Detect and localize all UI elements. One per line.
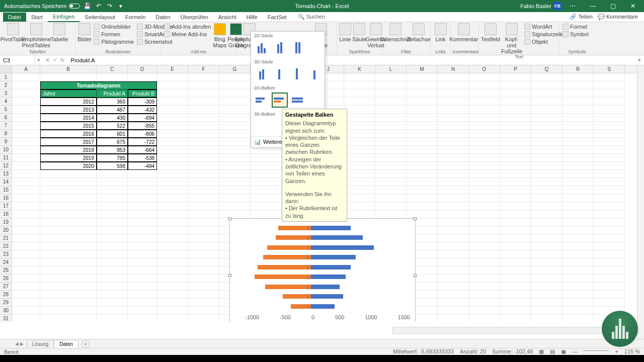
cell[interactable] xyxy=(407,154,438,162)
cell[interactable]: 2019 xyxy=(40,154,97,162)
cell[interactable] xyxy=(12,307,40,315)
zoom-out-button[interactable]: — xyxy=(572,348,578,355)
cell[interactable] xyxy=(531,122,562,130)
cell[interactable] xyxy=(128,275,157,283)
cell[interactable] xyxy=(344,114,375,122)
cell[interactable] xyxy=(469,234,500,242)
cell[interactable] xyxy=(594,106,625,114)
row-header[interactable]: 20 xyxy=(0,226,12,234)
col-header-Q[interactable]: Q xyxy=(531,65,562,73)
autosave-toggle[interactable]: Automatisches Speichern xyxy=(4,3,80,9)
cell[interactable] xyxy=(157,98,188,106)
cell[interactable] xyxy=(594,194,625,202)
cell[interactable]: Produkt A xyxy=(97,89,128,98)
tab-seitenlayout[interactable]: Seitenlayout xyxy=(79,13,120,22)
col-header-G[interactable]: G xyxy=(219,65,251,73)
cell[interactable] xyxy=(40,210,97,218)
cell[interactable] xyxy=(344,170,375,178)
cell[interactable] xyxy=(157,138,188,146)
cell[interactable] xyxy=(594,154,625,162)
slicer-button[interactable]: Datenschnitt xyxy=(384,23,407,42)
cell[interactable] xyxy=(188,291,219,299)
cell[interactable] xyxy=(469,194,500,202)
cell[interactable] xyxy=(500,202,531,210)
row-header[interactable]: 31 xyxy=(0,315,12,322)
cell[interactable] xyxy=(12,202,40,210)
share-button[interactable]: 🔗 Teilen xyxy=(570,14,593,20)
cell[interactable] xyxy=(157,146,188,154)
cell[interactable] xyxy=(157,81,188,89)
cell[interactable] xyxy=(407,122,438,130)
cell[interactable] xyxy=(562,291,594,299)
cell[interactable] xyxy=(344,122,375,130)
cell[interactable] xyxy=(97,186,128,194)
cell[interactable] xyxy=(500,146,531,154)
cell[interactable] xyxy=(344,146,375,154)
cell[interactable] xyxy=(469,299,500,307)
cell[interactable] xyxy=(531,258,562,266)
cell[interactable]: 2020 xyxy=(40,162,97,170)
cell[interactable] xyxy=(97,250,128,258)
cell[interactable] xyxy=(531,138,562,146)
cell[interactable] xyxy=(188,307,219,315)
symbol-button[interactable]: Symbol xyxy=(561,31,590,38)
cell[interactable] xyxy=(531,218,562,226)
cell[interactable] xyxy=(128,315,157,322)
pivottable-button[interactable]: PivotTable xyxy=(2,23,24,42)
row-header[interactable]: 6 xyxy=(0,114,12,122)
zoom-level[interactable]: 115 % xyxy=(624,348,640,355)
cell[interactable] xyxy=(407,186,438,194)
cell[interactable] xyxy=(219,178,251,186)
3dcolumn-1-thumb[interactable] xyxy=(254,67,269,81)
cell[interactable]: 360 xyxy=(97,98,128,106)
cell[interactable] xyxy=(594,138,625,146)
cell[interactable] xyxy=(344,202,375,210)
comments-button[interactable]: 💬 Kommentare xyxy=(598,14,638,20)
row-header[interactable]: 24 xyxy=(0,258,12,266)
cell[interactable] xyxy=(97,202,128,210)
cell[interactable] xyxy=(157,89,188,98)
tab-start[interactable]: Start xyxy=(26,13,48,22)
cell[interactable]: Jahre xyxy=(40,89,97,98)
row-header[interactable]: 23 xyxy=(0,250,12,258)
cell[interactable] xyxy=(344,194,375,202)
cell[interactable] xyxy=(97,178,128,186)
row-header[interactable]: 8 xyxy=(0,130,12,138)
cell[interactable] xyxy=(469,178,500,186)
cell[interactable] xyxy=(531,226,562,234)
cell[interactable] xyxy=(407,162,438,170)
cell[interactable] xyxy=(469,258,500,266)
row-header[interactable]: 2 xyxy=(0,81,12,89)
cell[interactable] xyxy=(188,106,219,114)
cell[interactable] xyxy=(469,226,500,234)
cell[interactable] xyxy=(407,146,438,154)
cell[interactable] xyxy=(219,81,251,89)
cell[interactable] xyxy=(40,250,97,258)
cell[interactable] xyxy=(157,299,188,307)
cell[interactable] xyxy=(188,178,219,186)
cell[interactable] xyxy=(500,170,531,178)
cell[interactable] xyxy=(562,89,594,98)
cell[interactable] xyxy=(188,114,219,122)
cell[interactable] xyxy=(531,130,562,138)
cell[interactable] xyxy=(500,98,531,106)
cell[interactable] xyxy=(407,178,438,186)
cell[interactable] xyxy=(40,234,97,242)
cell[interactable] xyxy=(531,89,562,98)
row-header[interactable]: 26 xyxy=(0,275,12,283)
row-header[interactable]: 1 xyxy=(0,73,12,81)
cell[interactable]: 2014 xyxy=(40,114,97,122)
cell[interactable] xyxy=(157,210,188,218)
cell[interactable] xyxy=(438,250,469,258)
cell[interactable] xyxy=(407,106,438,114)
cell[interactable] xyxy=(500,138,531,146)
cell[interactable] xyxy=(12,81,40,89)
cell[interactable] xyxy=(469,218,500,226)
cell[interactable] xyxy=(251,202,282,210)
cell[interactable]: 430 xyxy=(97,114,128,122)
row-header[interactable]: 4 xyxy=(0,98,12,106)
cell[interactable] xyxy=(40,202,97,210)
cell[interactable] xyxy=(407,170,438,178)
3dcolumn-4-thumb[interactable] xyxy=(307,67,321,81)
cell[interactable] xyxy=(500,299,531,307)
